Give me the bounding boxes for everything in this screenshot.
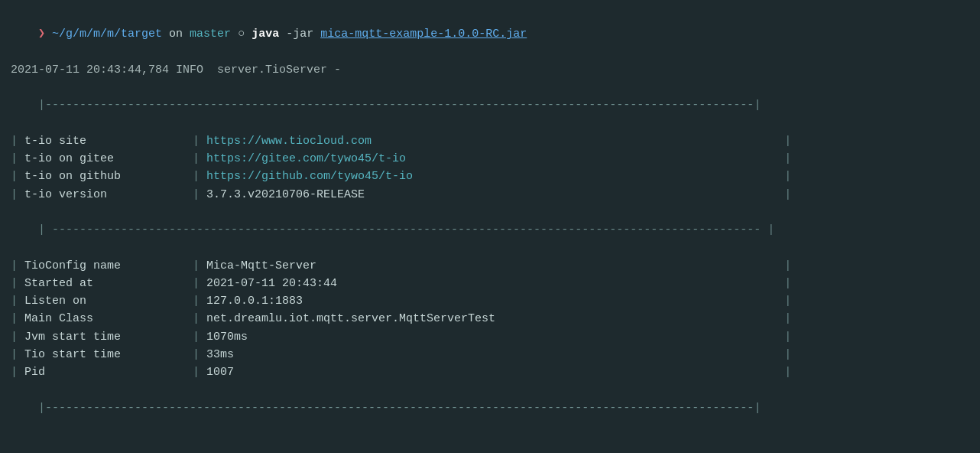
table-pipe-left: | (11, 277, 24, 290)
table-value: Mica-Mqtt-Server (206, 259, 316, 272)
table-pipe-left: | (11, 331, 24, 344)
table-key: Pid (24, 363, 193, 381)
separator-mid-line: | --------------------------------------… (38, 223, 774, 236)
table-key: t-io site (24, 132, 193, 150)
table-pipe-left: | (11, 366, 24, 379)
table-row: | Main Class | net.dreamlu.iot.mqtt.serv… (11, 310, 969, 328)
prompt-on-text: on (162, 28, 190, 41)
table-pipe-right: | (784, 277, 791, 290)
separator-bot-line: |---------------------------------------… (38, 402, 761, 415)
table-row: | t-io site | https://www.tiocloud.com | (11, 132, 969, 150)
table-pipe-left: | (11, 170, 24, 183)
prompt-jar-flag: -jar (279, 28, 320, 41)
prompt-line: ❯ ~/g/m/m/m/target on master ○ java -jar… (11, 8, 969, 61)
table-pipe-right: | (784, 366, 791, 379)
table-pipe-right: | (784, 331, 791, 344)
table-padding (303, 295, 784, 308)
table-padding (234, 366, 784, 379)
separator-top: |---------------------------------------… (11, 79, 969, 132)
table-pipe-right: | (784, 135, 791, 148)
table-pipe-right: | (784, 170, 791, 183)
table-row: | Listen on | 127.0.0.1:1883 | (11, 292, 969, 310)
table-row: | Tio start time | 33ms | (11, 346, 969, 363)
table-row: | Pid | 1007 | (11, 363, 969, 381)
table-pipe-right: | (784, 188, 791, 201)
table-padding (413, 170, 784, 183)
table-pipe-left: | (11, 312, 24, 325)
table-pipe-left: | (11, 152, 24, 165)
table-key: Main Class (24, 310, 193, 328)
table-value: net.dreamlu.iot.mqtt.server.MqttServerTe… (206, 312, 495, 325)
table-row: | t-io on github | https://github.com/ty… (11, 168, 969, 185)
table-padding (337, 277, 784, 290)
table-padding (248, 331, 784, 344)
separator-bot: |---------------------------------------… (11, 381, 969, 435)
table-padding (234, 348, 784, 361)
prompt-path: ~/g/m/m/m/target (52, 28, 162, 41)
table-pipe-left: | (11, 295, 24, 308)
table-pipe-mid: | (193, 188, 206, 201)
prompt-command: java (251, 28, 279, 41)
table-value: https://github.com/tywo45/t-io (206, 170, 413, 183)
table-value: 3.7.3.v20210706-RELEASE (206, 188, 365, 201)
table-pipe-right: | (784, 348, 791, 361)
separator-top-line: |---------------------------------------… (38, 99, 761, 112)
table-pipe-mid: | (193, 331, 206, 344)
table-group-1: | t-io site | https://www.tiocloud.com |… (11, 132, 969, 204)
table-pipe-left: | (11, 348, 24, 361)
table-value: 2021-07-11 20:43:44 (206, 277, 337, 290)
table-value: https://www.tiocloud.com (206, 135, 372, 148)
table-row: | t-io version | 3.7.3.v20210706-RELEASE… (11, 186, 969, 204)
separator-mid: | --------------------------------------… (11, 204, 969, 257)
table-value: 33ms (206, 348, 234, 361)
table-group-2: | TioConfig name | Mica-Mqtt-Server || S… (11, 257, 969, 382)
table-value: https://gitee.com/tywo45/t-io (206, 152, 406, 165)
table-pipe-mid: | (193, 312, 206, 325)
table-padding (365, 188, 784, 201)
table-key: TioConfig name (24, 257, 193, 275)
prompt-jar-file[interactable]: mica-mqtt-example-1.0.0-RC.jar (320, 28, 527, 41)
table-value: 1007 (206, 366, 234, 379)
table-pipe-mid: | (193, 170, 206, 183)
table-padding (495, 312, 784, 325)
prompt-circle: ○ (231, 28, 251, 41)
prompt-branch: master (190, 28, 231, 41)
terminal-container: ❯ ~/g/m/m/m/target on master ○ java -jar… (11, 8, 969, 435)
table-key: t-io on gitee (24, 150, 193, 168)
table-padding (406, 152, 784, 165)
info-line: 2021-07-11 20:43:44,784 INFO server.TioS… (11, 61, 969, 79)
table-pipe-mid: | (193, 152, 206, 165)
table-key: Listen on (24, 292, 193, 310)
table-padding (372, 135, 784, 148)
table-pipe-left: | (11, 259, 24, 272)
table-pipe-right: | (784, 295, 791, 308)
table-pipe-right: | (784, 259, 791, 272)
table-key: Tio start time (24, 346, 193, 363)
table-row: | t-io on gitee | https://gitee.com/tywo… (11, 150, 969, 168)
table-row: | TioConfig name | Mica-Mqtt-Server | (11, 257, 969, 275)
table-pipe-mid: | (193, 348, 206, 361)
table-key: Jvm start time (24, 328, 193, 346)
table-pipe-mid: | (193, 366, 206, 379)
table-row: | Jvm start time | 1070ms | (11, 328, 969, 346)
table-pipe-mid: | (193, 295, 206, 308)
prompt-arrow-icon: ❯ (38, 28, 45, 41)
table-key: Started at (24, 275, 193, 292)
prompt-separator1 (45, 28, 52, 41)
table-pipe-mid: | (193, 277, 206, 290)
table-value: 127.0.0.1:1883 (206, 295, 303, 308)
table-pipe-left: | (11, 135, 24, 148)
table-row: | Started at | 2021-07-11 20:43:44 | (11, 275, 969, 292)
table-pipe-mid: | (193, 259, 206, 272)
table-key: t-io version (24, 186, 193, 204)
table-pipe-mid: | (193, 135, 206, 148)
table-pipe-right: | (784, 152, 791, 165)
table-pipe-right: | (784, 312, 791, 325)
table-key: t-io on github (24, 168, 193, 185)
table-value: 1070ms (206, 331, 248, 344)
table-pipe-left: | (11, 188, 24, 201)
table-padding (316, 259, 784, 272)
